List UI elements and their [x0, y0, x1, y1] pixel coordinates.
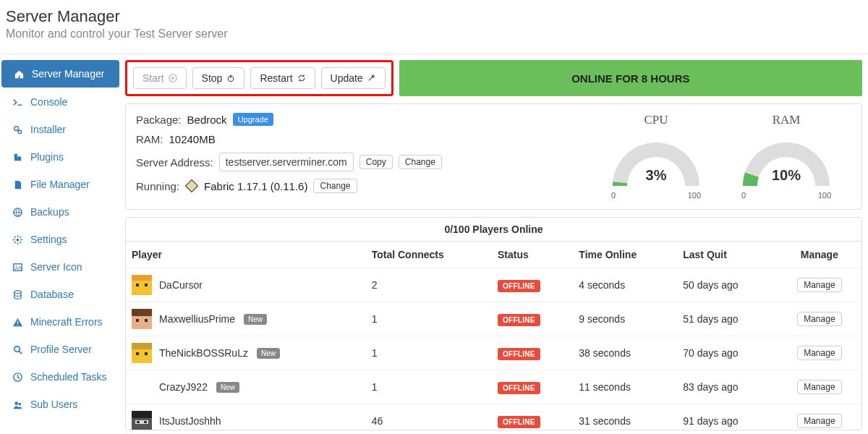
restart-label: Restart [260, 72, 292, 84]
manage-button[interactable]: Manage [797, 380, 841, 394]
puzzle-icon [10, 152, 25, 163]
sidebar-item-database[interactable]: Database [0, 281, 119, 308]
package-value: Bedrock [187, 114, 227, 126]
time-cell: 9 seconds [573, 302, 677, 336]
lastquit-cell: 50 days ago [677, 268, 778, 302]
change-address-button[interactable]: Change [399, 155, 442, 169]
connects-cell: 1 [366, 370, 492, 404]
ram-gauge: RAM 10% 0100 [736, 113, 837, 200]
player-avatar-icon [132, 343, 152, 363]
start-button[interactable]: Start [133, 67, 187, 89]
stop-label: Stop [202, 72, 223, 84]
stop-button[interactable]: Stop [192, 67, 245, 89]
connects-cell: 46 [366, 404, 492, 430]
player-name: TheNickBOSSRuLz [159, 347, 248, 359]
ram-max: 100 [818, 191, 831, 200]
sidebar-item-scheduled-tasks[interactable]: Scheduled Tasks [0, 363, 119, 391]
sidebar-item-label: Profile Server [30, 344, 92, 355]
upgrade-button[interactable]: Upgrade [233, 113, 273, 126]
page-title: Server Manager [6, 7, 862, 26]
server-address-field[interactable]: testserver.serverminer.com [219, 153, 354, 171]
table-row: TheNickBOSSRuLz New1OFFLINE38 seconds70 … [126, 336, 861, 370]
gauges: CPU 3% 0100 RAM 10% 0100 [591, 113, 851, 200]
svg-point-9 [14, 346, 20, 352]
svg-rect-28 [136, 352, 139, 355]
svg-line-10 [19, 351, 22, 354]
connects-cell: 2 [366, 268, 492, 302]
svg-rect-27 [132, 343, 152, 349]
player-avatar-icon [132, 309, 152, 329]
sidebar-item-console[interactable]: Console [0, 88, 119, 116]
player-avatar-icon [132, 377, 152, 397]
manage-button[interactable]: Manage [797, 414, 841, 428]
lastquit-cell: 70 days ago [677, 336, 778, 370]
package-label: Package: [136, 114, 182, 126]
running-icon [185, 179, 198, 192]
time-cell: 4 seconds [573, 268, 677, 302]
table-row: ItsJustJoshhh46OFFLINE31 seconds91 days … [126, 404, 861, 430]
ram-min: 0 [741, 191, 746, 200]
sidebar-item-label: File Manager [30, 179, 90, 190]
svg-point-3 [16, 238, 19, 241]
running-value: Fabric 1.17.1 (0.11.6) [204, 180, 307, 192]
sidebar-item-settings[interactable]: Settings [0, 226, 119, 253]
svg-rect-25 [145, 319, 148, 322]
cpu-min: 0 [611, 191, 616, 200]
col-time: Time Online [573, 242, 677, 268]
action-button-group: Start Stop Restart Update [125, 60, 393, 96]
svg-rect-29 [145, 352, 148, 355]
players-count-header: 0/100 Players Online [126, 218, 861, 242]
copy-button[interactable]: Copy [359, 155, 393, 169]
lastquit-cell: 91 days ago [677, 404, 778, 430]
status-badge: OFFLINE [498, 314, 540, 326]
update-button[interactable]: Update [321, 67, 386, 89]
time-cell: 11 seconds [573, 370, 677, 404]
lastquit-cell: 83 days ago [677, 370, 778, 404]
sidebar-item-backups[interactable]: Backups [0, 198, 119, 226]
manage-button[interactable]: Manage [797, 346, 841, 360]
ram-label: RAM: [136, 133, 163, 145]
manage-button[interactable]: Manage [797, 312, 841, 326]
svg-rect-20 [136, 284, 139, 286]
database-icon [10, 289, 25, 300]
status-badge: OFFLINE [498, 416, 540, 428]
warning-icon [10, 317, 25, 328]
sidebar-item-file-manager[interactable]: File Manager [0, 171, 119, 198]
start-label: Start [142, 72, 164, 84]
restart-button[interactable]: Restart [250, 67, 315, 89]
players-scroll[interactable]: Player Total Connects Status Time Online… [126, 242, 861, 430]
sidebar-item-profile-server[interactable]: Profile Server [0, 336, 119, 363]
sidebar-item-label: Console [30, 96, 67, 108]
globe-icon [10, 207, 25, 218]
lastquit-cell: 51 days ago [677, 302, 778, 336]
player-name: ItsJustJoshhh [159, 415, 221, 427]
change-running-button[interactable]: Change [313, 179, 357, 193]
player-name: MaxwelliusPrime [159, 313, 235, 325]
running-label: Running: [136, 180, 179, 192]
svg-point-6 [14, 290, 20, 293]
terminal-icon [10, 97, 25, 108]
sidebar-item-label: Server Icon [30, 261, 82, 273]
sidebar-item-label: Server Manager [32, 68, 104, 80]
gears-icon [10, 124, 25, 135]
sidebar-item-server-manager[interactable]: Server Manager [1, 60, 119, 88]
page-subtitle: Monitor and control your Test Server ser… [6, 27, 862, 41]
file-icon [10, 179, 25, 190]
status-badge: OFFLINE [498, 280, 540, 292]
play-icon [169, 74, 177, 82]
sidebar-item-server-icon[interactable]: Server Icon [0, 253, 119, 281]
col-status: Status [492, 242, 573, 268]
new-badge: New [257, 348, 280, 359]
player-name: DaCursor [159, 279, 203, 291]
sidebar-item-sub-users[interactable]: Sub Users [0, 391, 119, 418]
time-cell: 31 seconds [573, 404, 677, 430]
col-connects: Total Connects [366, 242, 492, 268]
sidebar-item-minecraft-errors[interactable]: Minecraft Errors [0, 308, 119, 336]
sidebar-item-installer[interactable]: Installer [0, 116, 119, 143]
svg-rect-19 [132, 275, 152, 281]
player-name: CrazyJ922 [159, 381, 208, 393]
players-table: Player Total Connects Status Time Online… [126, 242, 861, 430]
sidebar-item-plugins[interactable]: Plugins [0, 143, 119, 171]
sidebar-item-label: Installer [30, 124, 66, 135]
manage-button[interactable]: Manage [797, 278, 841, 292]
